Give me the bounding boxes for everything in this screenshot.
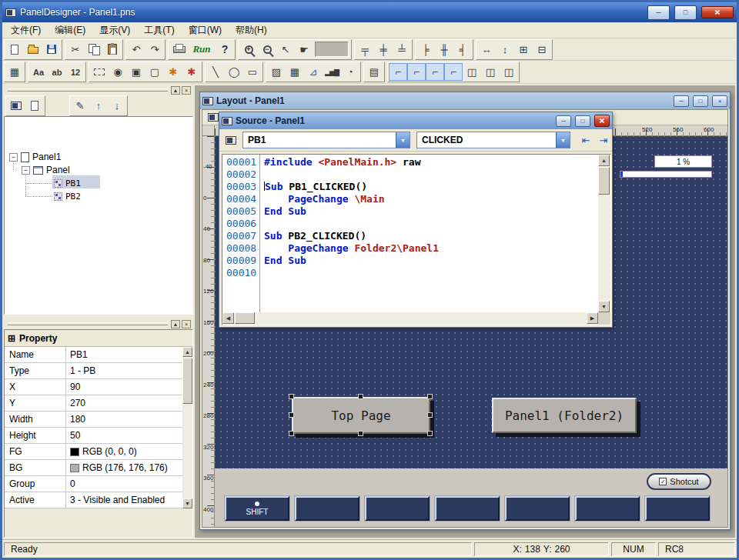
indent-button[interactable]: ⇥ bbox=[594, 132, 613, 149]
trend-graph-4-button[interactable]: ⌐ bbox=[444, 63, 463, 81]
drag-grip[interactable] bbox=[8, 88, 168, 92]
text-display-button[interactable]: ab bbox=[48, 63, 66, 81]
function-key-button[interactable]: ✱ bbox=[164, 63, 182, 81]
layout-title-bar[interactable]: Layout - Panel1 ─ □ × bbox=[200, 92, 730, 109]
rename-button[interactable]: ✎ bbox=[71, 97, 89, 115]
canvas-button-top-page[interactable]: Top Page bbox=[292, 397, 430, 434]
align-right-button[interactable]: ╡ bbox=[453, 41, 472, 58]
menu-file[interactable]: 文件(F) bbox=[4, 22, 48, 38]
bar-graph-button[interactable]: ▂▅▇ bbox=[323, 63, 341, 81]
scroll-up-icon[interactable]: ▲ bbox=[598, 155, 610, 166]
source-maximize-button[interactable]: □ bbox=[575, 115, 590, 127]
canvas-button-panel1-folder2[interactable]: Panel1 (Folder2) bbox=[492, 398, 637, 433]
zoom-out-button[interactable]: − bbox=[258, 41, 276, 58]
editor-horizontal-scrollbar[interactable]: ◀ ▶ bbox=[222, 312, 598, 325]
move-up-button[interactable]: ↑ bbox=[89, 97, 108, 115]
selection-handle[interactable] bbox=[289, 412, 294, 418]
close-button[interactable]: × bbox=[701, 6, 734, 18]
minimize-button[interactable]: ─ bbox=[647, 5, 670, 20]
numeric-display-button[interactable]: 12 bbox=[66, 63, 85, 81]
selection-handle[interactable] bbox=[427, 394, 433, 399]
scrollbar-thumb[interactable] bbox=[182, 358, 192, 404]
move-down-button[interactable]: ↓ bbox=[108, 97, 126, 115]
same-size-button[interactable]: ⊞ bbox=[514, 41, 533, 58]
new-button[interactable] bbox=[5, 41, 24, 58]
menu-edit[interactable]: 编辑(E) bbox=[48, 22, 92, 38]
level-bar-3-button[interactable]: ◫ bbox=[500, 63, 518, 81]
level-bar-1-button[interactable]: ◫ bbox=[463, 63, 481, 81]
print-button[interactable] bbox=[169, 41, 188, 58]
paste-button[interactable] bbox=[103, 41, 122, 58]
align-left-button[interactable]: ╞ bbox=[416, 41, 435, 58]
function-key-button[interactable] bbox=[295, 496, 359, 521]
level-bar-2-button[interactable]: ◫ bbox=[481, 63, 500, 81]
menu-help[interactable]: 帮助(H) bbox=[229, 22, 274, 38]
run-button[interactable]: Run bbox=[188, 41, 216, 58]
tree-collapse-button[interactable]: ▲ bbox=[171, 86, 180, 95]
lamp-tool-button[interactable]: ✱ bbox=[182, 63, 201, 81]
menu-tools[interactable]: 工具(T) bbox=[137, 22, 181, 38]
align-bottom-button[interactable]: ╧ bbox=[393, 41, 411, 58]
shotcut-button[interactable]: ✓ Shotcut bbox=[647, 473, 711, 490]
object-dropdown[interactable]: PB1 ▼ bbox=[242, 132, 410, 148]
progress-label[interactable]: 1 % bbox=[654, 155, 712, 168]
trend-graph-1-button[interactable]: ⌐ bbox=[389, 63, 407, 81]
meter-tool-button[interactable]: ◔ bbox=[341, 63, 359, 81]
align-middle-button[interactable]: ╪ bbox=[374, 41, 393, 58]
grid-mode-button[interactable]: ▦ bbox=[5, 63, 24, 81]
zoom-in-button[interactable]: + bbox=[239, 41, 258, 58]
picture-tool-button[interactable]: ▨ bbox=[267, 63, 286, 81]
editor-vertical-scrollbar[interactable]: ▲ ▼ bbox=[598, 155, 610, 312]
tree-item-panel1[interactable]: − Panel1 bbox=[9, 151, 61, 163]
rectangle-tool-button[interactable]: ▭ bbox=[243, 63, 262, 81]
object-browser-button[interactable] bbox=[222, 132, 240, 149]
selector-tool-button[interactable]: ▣ bbox=[127, 63, 145, 81]
function-key-button[interactable] bbox=[435, 496, 500, 521]
selection-handle[interactable] bbox=[289, 394, 294, 399]
selection-handle[interactable] bbox=[427, 431, 433, 436]
tree-item-pb2[interactable]: PB2 bbox=[54, 190, 81, 202]
scroll-left-icon[interactable]: ◀ bbox=[222, 312, 234, 324]
property-collapse-button[interactable]: ▲ bbox=[171, 320, 180, 328]
layout-minimize-button[interactable]: ─ bbox=[674, 95, 689, 107]
panel-view-button[interactable] bbox=[7, 97, 25, 115]
static-text-button[interactable]: Aa bbox=[29, 63, 48, 81]
expander-icon[interactable]: − bbox=[9, 153, 18, 162]
selection-handle[interactable] bbox=[427, 412, 433, 418]
tree-item-panel[interactable]: − Panel bbox=[22, 164, 70, 176]
button-tool-button[interactable]: ▢ bbox=[145, 63, 164, 81]
function-key-button[interactable] bbox=[575, 496, 640, 521]
source-title-bar[interactable]: Source - Panel1 ─ □ × bbox=[219, 112, 612, 129]
save-button[interactable] bbox=[42, 41, 61, 58]
scroll-down-icon[interactable]: ▼ bbox=[182, 498, 192, 508]
align-top-button[interactable]: ╤ bbox=[356, 41, 374, 58]
redo-button[interactable]: ↷ bbox=[145, 41, 164, 58]
scroll-right-icon[interactable]: ▶ bbox=[587, 312, 598, 324]
code-editor[interactable]: 00001#include <PanelMain.h> raw 00002 00… bbox=[222, 154, 611, 325]
grid-align-button[interactable]: ⊟ bbox=[533, 41, 551, 58]
trend-graph-3-button[interactable]: ⌐ bbox=[426, 63, 444, 81]
outdent-button[interactable]: ⇤ bbox=[577, 132, 595, 149]
radio-tool-button[interactable]: ◉ bbox=[109, 63, 127, 81]
property-scrollbar[interactable]: ▲ ▼ bbox=[182, 347, 192, 508]
tree-pane-header[interactable]: ▲ × bbox=[4, 85, 193, 95]
maximize-button[interactable]: □ bbox=[674, 5, 697, 20]
same-width-button[interactable]: ↔ bbox=[477, 41, 496, 58]
table-tool-button[interactable]: ▦ bbox=[286, 63, 304, 81]
source-close-button[interactable]: × bbox=[594, 115, 610, 127]
menu-window[interactable]: 窗口(W) bbox=[182, 22, 229, 38]
same-height-button[interactable]: ↕ bbox=[496, 41, 514, 58]
help-button[interactable]: ? bbox=[216, 41, 234, 58]
tree-item-pb1[interactable]: PB1 bbox=[54, 177, 81, 189]
chevron-down-icon[interactable]: ▼ bbox=[396, 132, 410, 148]
title-bar[interactable]: PanelDesigner - Panel1.pns ─ □ × bbox=[2, 2, 737, 22]
align-center-button[interactable]: ╫ bbox=[435, 41, 453, 58]
line-tool-button[interactable]: ╲ bbox=[206, 63, 225, 81]
line-graph-button[interactable]: ⊿ bbox=[304, 63, 323, 81]
project-tree[interactable]: − Panel1 − Panel PB1 PB2 bbox=[4, 116, 193, 315]
source-view-button[interactable] bbox=[25, 97, 44, 115]
source-minimize-button[interactable]: ─ bbox=[556, 115, 571, 127]
tree-close-button[interactable]: × bbox=[182, 86, 191, 95]
touch-area-button[interactable] bbox=[90, 63, 109, 81]
layout-maximize-button[interactable]: □ bbox=[693, 95, 708, 107]
